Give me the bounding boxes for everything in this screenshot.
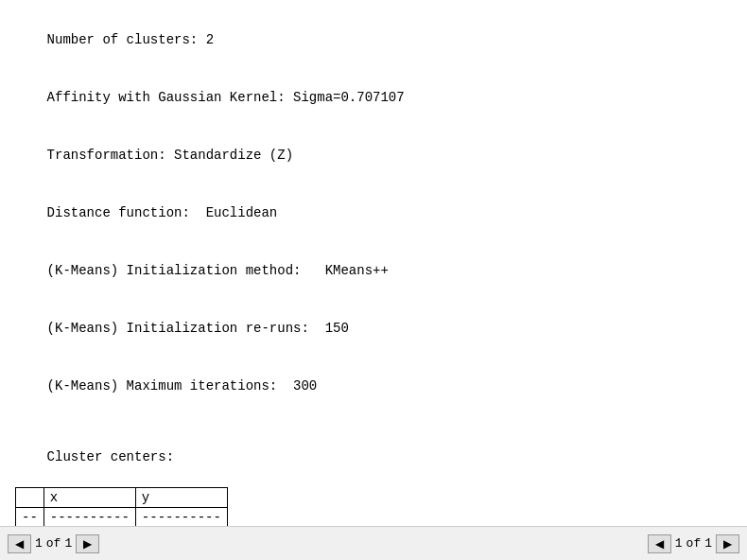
page-total-left: 1 <box>64 536 72 551</box>
line3: Transformation: Standardize (Z) <box>47 148 293 163</box>
next-button-left[interactable]: ▶ <box>76 534 99 553</box>
col-header-y: y <box>135 488 227 508</box>
bottom-left-nav: ◀ 1 of 1 ▶ <box>8 534 99 553</box>
info-block: Number of clusters: 2 <box>15 11 732 69</box>
line7: (K-Means) Maximum iterations: 300 <box>47 378 318 394</box>
line4: Distance function: Euclidean <box>47 205 278 220</box>
page-current-right: 1 <box>675 536 683 551</box>
col-header-id <box>16 488 44 508</box>
main-content: Number of clusters: 2 Affinity with Gaus… <box>0 0 747 560</box>
of-label-right: of <box>686 536 702 551</box>
bottom-right-nav: ◀ 1 of 1 ▶ <box>648 534 739 553</box>
col-header-x: x <box>43 488 135 508</box>
cluster-centers-label: Cluster centers: <box>15 428 732 485</box>
page-current-left: 1 <box>35 536 43 551</box>
line5: (K-Means) Initialization method: KMeans+… <box>47 263 389 278</box>
bottom-bar: ◀ 1 of 1 ▶ ◀ 1 of 1 ▶ <box>0 526 747 560</box>
line1: Number of clusters: 2 <box>47 32 214 47</box>
of-label-left: of <box>46 536 61 551</box>
info-block4: Distance function: Euclidean <box>15 184 732 242</box>
info-block2: Affinity with Gaussian Kernel: Sigma=0.7… <box>15 69 732 127</box>
table-header-row: x y <box>16 488 228 508</box>
info-block5: (K-Means) Initialization method: KMeans+… <box>15 242 732 300</box>
info-block6: (K-Means) Initialization re-runs: 150 <box>15 299 732 357</box>
line2: Affinity with Gaussian Kernel: Sigma=0.7… <box>47 90 405 105</box>
prev-button-left[interactable]: ◀ <box>8 534 31 553</box>
line6: (K-Means) Initialization re-runs: 150 <box>47 321 349 336</box>
next-button-right[interactable]: ▶ <box>716 534 739 553</box>
prev-button-right[interactable]: ◀ <box>648 534 671 553</box>
info-block7: (K-Means) Maximum iterations: 300 <box>15 357 732 414</box>
info-block3: Transformation: Standardize (Z) <box>15 127 732 184</box>
page-total-right: 1 <box>704 536 712 551</box>
